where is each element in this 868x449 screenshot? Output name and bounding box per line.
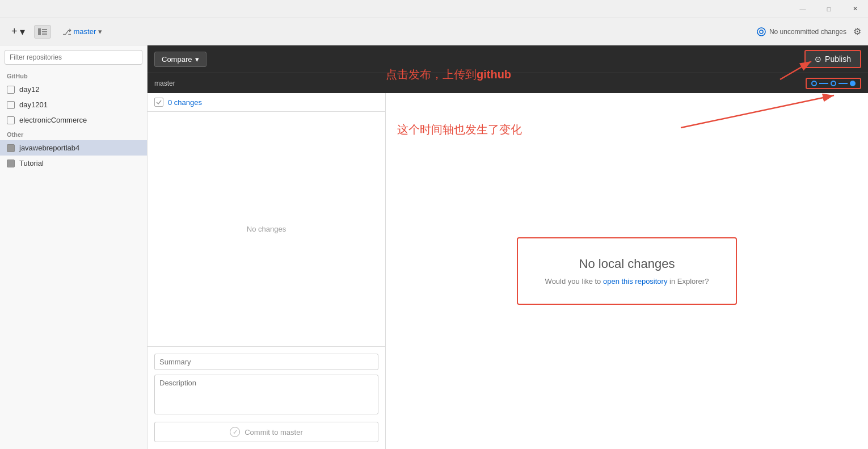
maximize-button[interactable]: □ — [816, 0, 842, 18]
sidebar-toggle-icon — [38, 28, 47, 35]
no-local-changes-subtitle: Would you like to open this repository i… — [545, 277, 709, 286]
repo-icon — [7, 160, 15, 167]
svg-rect-0 — [38, 28, 41, 35]
summary-input[interactable] — [154, 354, 378, 370]
filter-repositories-input[interactable] — [5, 50, 142, 65]
other-section-label: Other — [0, 128, 147, 140]
description-input[interactable] — [154, 375, 378, 414]
titlebar-controls: — □ ✕ — [790, 0, 868, 18]
changes-count: 0 changes — [168, 98, 202, 107]
timeline-dot-3 — [850, 81, 856, 86]
changes-checkbox[interactable] — [154, 98, 163, 107]
dark-header: Compare ▾ ⊙ Publish — [148, 45, 868, 73]
sidebar-item-javawebreportlab4[interactable]: javawebreportlab4 — [0, 140, 147, 156]
sidebar-item-day1201[interactable]: day1201 — [0, 97, 147, 112]
commit-label: Commit to master — [245, 428, 303, 437]
add-icon: + — [11, 26, 18, 37]
repo-icon — [7, 86, 15, 94]
timeline-dot-2 — [831, 81, 836, 86]
svg-rect-3 — [42, 33, 47, 35]
changes-empty-state: No changes — [148, 112, 385, 346]
add-dropdown-icon: ▾ — [20, 26, 25, 38]
repo-name: day12 — [19, 85, 39, 94]
compare-dropdown-icon: ▾ — [195, 55, 199, 64]
sync-icon — [757, 27, 766, 36]
publish-icon: ⊙ — [815, 54, 821, 64]
sidebar-item-tutorial[interactable]: Tutorial — [0, 156, 147, 171]
branch-bar: master — [148, 73, 868, 93]
sync-status: No uncommitted changes — [757, 27, 846, 36]
changes-panel: 0 changes No changes ✓ Commit to master — [148, 93, 386, 449]
sidebar-item-day12[interactable]: day12 — [0, 82, 147, 97]
minimize-button[interactable]: — — [790, 0, 816, 18]
toolbar-left: + ▾ ⎇ master ▾ — [7, 23, 102, 40]
branch-bar-name: master — [154, 79, 175, 87]
add-button[interactable]: + ▾ — [7, 23, 30, 40]
repo-icon — [7, 101, 15, 109]
no-changes-text-after: in Explorer? — [667, 277, 709, 286]
svg-rect-1 — [42, 29, 47, 30]
commit-check-icon: ✓ — [230, 427, 240, 437]
repo-icon — [7, 144, 15, 152]
no-local-changes-box: No local changes Would you like to open … — [517, 237, 738, 305]
top-toolbar: + ▾ ⎇ master ▾ No u — [0, 18, 868, 45]
publish-button[interactable]: ⊙ Publish — [804, 50, 861, 68]
changes-header: 0 changes — [148, 93, 385, 112]
no-local-changes-title: No local changes — [545, 257, 709, 271]
settings-button[interactable]: ⚙ — [853, 26, 861, 37]
timeline-line-1 — [819, 83, 828, 84]
titlebar: — □ ✕ — [0, 0, 868, 18]
right-panel: No local changes Would you like to open … — [386, 93, 868, 449]
repo-name: javawebreportlab4 — [19, 144, 79, 152]
timeline-line-2 — [838, 83, 848, 84]
sidebar-toggle-button[interactable] — [34, 25, 51, 39]
content-area: 0 changes No changes ✓ Commit to master … — [148, 93, 868, 449]
commit-form: ✓ Commit to master — [148, 346, 385, 449]
no-changes-text: No changes — [247, 225, 286, 233]
toolbar-right: No uncommitted changes ⚙ — [757, 26, 861, 37]
branch-area: ⎇ master ▾ — [62, 27, 103, 36]
branch-dropdown-icon[interactable]: ▾ — [98, 27, 102, 36]
repo-name: electronicCommerce — [19, 116, 87, 124]
repo-name: Tutorial — [19, 159, 44, 167]
close-button[interactable]: ✕ — [842, 0, 868, 18]
open-repository-link[interactable]: open this repository — [603, 277, 667, 286]
timeline-dot-1 — [811, 81, 817, 86]
publish-label: Publish — [825, 54, 851, 64]
github-section-label: GitHub — [0, 69, 147, 82]
svg-rect-2 — [42, 31, 47, 32]
repo-name: day1201 — [19, 100, 48, 109]
repo-icon — [7, 116, 15, 124]
main-content: Compare ▾ ⊙ Publish master — [148, 45, 868, 449]
sidebar-item-electroniccommerce[interactable]: electronicCommerce — [0, 112, 147, 128]
svg-point-4 — [757, 28, 765, 36]
branch-name[interactable]: master — [74, 27, 96, 36]
compare-label: Compare — [162, 55, 192, 64]
branch-icon: ⎇ — [62, 27, 71, 36]
timeline-dots — [806, 78, 861, 89]
no-changes-text-before: Would you like to — [545, 277, 603, 286]
sidebar: GitHub day12 day1201 electronicCommerce … — [0, 45, 148, 449]
sync-status-text: No uncommitted changes — [769, 28, 846, 36]
compare-button[interactable]: Compare ▾ — [154, 52, 207, 67]
commit-button[interactable]: ✓ Commit to master — [154, 422, 378, 442]
